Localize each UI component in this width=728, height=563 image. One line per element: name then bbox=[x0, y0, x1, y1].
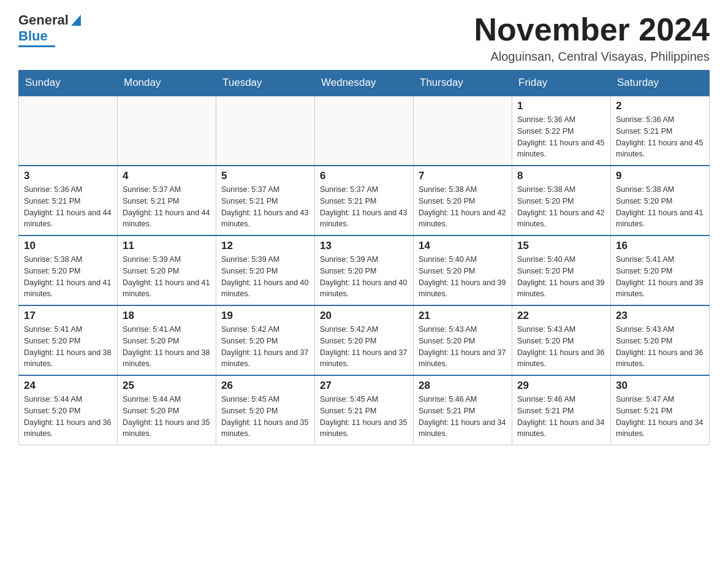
day-number: 26 bbox=[221, 380, 309, 392]
sun-info: Sunrise: 5:39 AMSunset: 5:20 PMDaylight:… bbox=[123, 254, 211, 300]
logo: General Blue bbox=[18, 12, 81, 47]
calendar-cell: 17Sunrise: 5:41 AMSunset: 5:20 PMDayligh… bbox=[19, 305, 118, 375]
calendar-cell: 12Sunrise: 5:39 AMSunset: 5:20 PMDayligh… bbox=[216, 236, 315, 305]
calendar-cell: 8Sunrise: 5:38 AMSunset: 5:20 PMDaylight… bbox=[512, 166, 611, 236]
sun-info: Sunrise: 5:37 AMSunset: 5:21 PMDaylight:… bbox=[320, 184, 408, 230]
sun-info: Sunrise: 5:38 AMSunset: 5:20 PMDaylight:… bbox=[24, 254, 112, 300]
sun-info: Sunrise: 5:38 AMSunset: 5:20 PMDaylight:… bbox=[419, 184, 507, 230]
calendar-cell bbox=[216, 96, 315, 166]
calendar-cell: 16Sunrise: 5:41 AMSunset: 5:20 PMDayligh… bbox=[611, 236, 710, 305]
calendar-cell: 6Sunrise: 5:37 AMSunset: 5:21 PMDaylight… bbox=[315, 166, 414, 236]
calendar-cell: 22Sunrise: 5:43 AMSunset: 5:20 PMDayligh… bbox=[512, 305, 611, 375]
calendar-cell: 25Sunrise: 5:44 AMSunset: 5:20 PMDayligh… bbox=[118, 375, 216, 445]
sun-info: Sunrise: 5:36 AMSunset: 5:21 PMDaylight:… bbox=[616, 114, 704, 160]
day-number: 6 bbox=[320, 170, 408, 182]
day-number: 24 bbox=[24, 380, 112, 392]
calendar-cell: 15Sunrise: 5:40 AMSunset: 5:20 PMDayligh… bbox=[512, 236, 611, 305]
logo-underline bbox=[18, 45, 55, 47]
svg-marker-0 bbox=[71, 15, 81, 26]
calendar-cell: 28Sunrise: 5:46 AMSunset: 5:21 PMDayligh… bbox=[414, 375, 512, 445]
day-number: 4 bbox=[123, 170, 211, 182]
header-friday: Friday bbox=[512, 71, 611, 96]
day-number: 5 bbox=[221, 170, 309, 182]
calendar-week-row: 24Sunrise: 5:44 AMSunset: 5:20 PMDayligh… bbox=[19, 375, 710, 445]
calendar-header-row: SundayMondayTuesdayWednesdayThursdayFrid… bbox=[19, 71, 710, 96]
day-number: 19 bbox=[221, 310, 309, 322]
logo-general-text: General bbox=[18, 12, 69, 28]
header-thursday: Thursday bbox=[414, 71, 512, 96]
sun-info: Sunrise: 5:41 AMSunset: 5:20 PMDaylight:… bbox=[616, 254, 704, 300]
day-number: 23 bbox=[616, 310, 704, 322]
calendar-cell bbox=[118, 96, 216, 166]
calendar-cell: 14Sunrise: 5:40 AMSunset: 5:20 PMDayligh… bbox=[414, 236, 512, 305]
calendar-cell: 18Sunrise: 5:41 AMSunset: 5:20 PMDayligh… bbox=[118, 305, 216, 375]
calendar-cell: 20Sunrise: 5:42 AMSunset: 5:20 PMDayligh… bbox=[315, 305, 414, 375]
calendar-table: SundayMondayTuesdayWednesdayThursdayFrid… bbox=[18, 70, 710, 445]
sun-info: Sunrise: 5:40 AMSunset: 5:20 PMDaylight:… bbox=[517, 254, 605, 300]
header-monday: Monday bbox=[118, 71, 216, 96]
calendar-cell bbox=[19, 96, 118, 166]
sun-info: Sunrise: 5:45 AMSunset: 5:20 PMDaylight:… bbox=[221, 394, 309, 440]
calendar-cell: 19Sunrise: 5:42 AMSunset: 5:20 PMDayligh… bbox=[216, 305, 315, 375]
day-number: 17 bbox=[24, 310, 112, 322]
calendar-cell: 2Sunrise: 5:36 AMSunset: 5:21 PMDaylight… bbox=[611, 96, 710, 166]
calendar-cell: 26Sunrise: 5:45 AMSunset: 5:20 PMDayligh… bbox=[216, 375, 315, 445]
sun-info: Sunrise: 5:43 AMSunset: 5:20 PMDaylight:… bbox=[517, 324, 605, 370]
day-number: 28 bbox=[419, 380, 507, 392]
header-wednesday: Wednesday bbox=[315, 71, 414, 96]
sun-info: Sunrise: 5:41 AMSunset: 5:20 PMDaylight:… bbox=[123, 324, 211, 370]
calendar-cell: 10Sunrise: 5:38 AMSunset: 5:20 PMDayligh… bbox=[19, 236, 118, 305]
day-number: 21 bbox=[419, 310, 507, 322]
header-saturday: Saturday bbox=[611, 71, 710, 96]
day-number: 11 bbox=[123, 240, 211, 252]
day-number: 8 bbox=[517, 170, 605, 182]
day-number: 27 bbox=[320, 380, 408, 392]
calendar-week-row: 1Sunrise: 5:36 AMSunset: 5:22 PMDaylight… bbox=[19, 96, 710, 166]
day-number: 22 bbox=[517, 310, 605, 322]
sun-info: Sunrise: 5:36 AMSunset: 5:21 PMDaylight:… bbox=[24, 184, 112, 230]
header-tuesday: Tuesday bbox=[216, 71, 315, 96]
calendar-cell: 13Sunrise: 5:39 AMSunset: 5:20 PMDayligh… bbox=[315, 236, 414, 305]
day-number: 9 bbox=[616, 170, 704, 182]
day-number: 15 bbox=[517, 240, 605, 252]
header-sunday: Sunday bbox=[19, 71, 118, 96]
logo-triangle-icon bbox=[71, 15, 81, 26]
sun-info: Sunrise: 5:46 AMSunset: 5:21 PMDaylight:… bbox=[419, 394, 507, 440]
sun-info: Sunrise: 5:43 AMSunset: 5:20 PMDaylight:… bbox=[419, 324, 507, 370]
title-section: November 2024 Aloguinsan, Central Visaya… bbox=[474, 12, 710, 64]
day-number: 20 bbox=[320, 310, 408, 322]
calendar-cell: 11Sunrise: 5:39 AMSunset: 5:20 PMDayligh… bbox=[118, 236, 216, 305]
sun-info: Sunrise: 5:39 AMSunset: 5:20 PMDaylight:… bbox=[221, 254, 309, 300]
sun-info: Sunrise: 5:40 AMSunset: 5:20 PMDaylight:… bbox=[419, 254, 507, 300]
day-number: 16 bbox=[616, 240, 704, 252]
calendar-cell: 21Sunrise: 5:43 AMSunset: 5:20 PMDayligh… bbox=[414, 305, 512, 375]
calendar-cell: 9Sunrise: 5:38 AMSunset: 5:20 PMDaylight… bbox=[611, 166, 710, 236]
calendar-cell: 1Sunrise: 5:36 AMSunset: 5:22 PMDaylight… bbox=[512, 96, 611, 166]
calendar-cell: 23Sunrise: 5:43 AMSunset: 5:20 PMDayligh… bbox=[611, 305, 710, 375]
sun-info: Sunrise: 5:44 AMSunset: 5:20 PMDaylight:… bbox=[24, 394, 112, 440]
sun-info: Sunrise: 5:45 AMSunset: 5:21 PMDaylight:… bbox=[320, 394, 408, 440]
calendar-cell: 3Sunrise: 5:36 AMSunset: 5:21 PMDaylight… bbox=[19, 166, 118, 236]
sun-info: Sunrise: 5:43 AMSunset: 5:20 PMDaylight:… bbox=[616, 324, 704, 370]
day-number: 18 bbox=[123, 310, 211, 322]
sun-info: Sunrise: 5:41 AMSunset: 5:20 PMDaylight:… bbox=[24, 324, 112, 370]
location-text: Aloguinsan, Central Visayas, Philippines bbox=[474, 50, 710, 64]
calendar-cell: 29Sunrise: 5:46 AMSunset: 5:21 PMDayligh… bbox=[512, 375, 611, 445]
calendar-cell: 24Sunrise: 5:44 AMSunset: 5:20 PMDayligh… bbox=[19, 375, 118, 445]
sun-info: Sunrise: 5:37 AMSunset: 5:21 PMDaylight:… bbox=[123, 184, 211, 230]
logo-blue-text: Blue bbox=[18, 28, 48, 44]
sun-info: Sunrise: 5:42 AMSunset: 5:20 PMDaylight:… bbox=[320, 324, 408, 370]
calendar-cell: 7Sunrise: 5:38 AMSunset: 5:20 PMDaylight… bbox=[414, 166, 512, 236]
calendar-cell bbox=[315, 96, 414, 166]
day-number: 7 bbox=[419, 170, 507, 182]
calendar-cell: 27Sunrise: 5:45 AMSunset: 5:21 PMDayligh… bbox=[315, 375, 414, 445]
sun-info: Sunrise: 5:38 AMSunset: 5:20 PMDaylight:… bbox=[616, 184, 704, 230]
calendar-week-row: 17Sunrise: 5:41 AMSunset: 5:20 PMDayligh… bbox=[19, 305, 710, 375]
sun-info: Sunrise: 5:39 AMSunset: 5:20 PMDaylight:… bbox=[320, 254, 408, 300]
calendar-cell: 5Sunrise: 5:37 AMSunset: 5:21 PMDaylight… bbox=[216, 166, 315, 236]
calendar-week-row: 10Sunrise: 5:38 AMSunset: 5:20 PMDayligh… bbox=[19, 236, 710, 305]
day-number: 10 bbox=[24, 240, 112, 252]
sun-info: Sunrise: 5:42 AMSunset: 5:20 PMDaylight:… bbox=[221, 324, 309, 370]
sun-info: Sunrise: 5:47 AMSunset: 5:21 PMDaylight:… bbox=[616, 394, 704, 440]
day-number: 30 bbox=[616, 380, 704, 392]
